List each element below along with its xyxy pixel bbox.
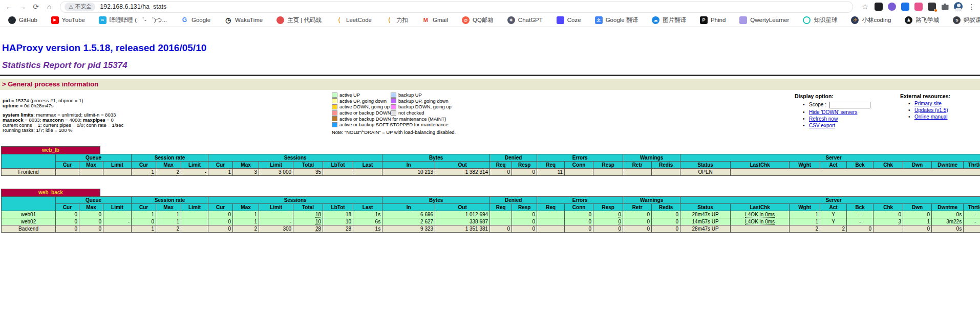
bookmark-favicon-icon: S [953, 16, 961, 24]
stat-cell: 0 [132, 218, 156, 225]
stat-cell: 0 [79, 211, 103, 218]
column-header: Limit [259, 162, 293, 169]
stat-cell: - [103, 211, 132, 218]
bookmark-item[interactable]: 主页 | 代码战 [276, 16, 322, 24]
display-option-link[interactable]: Hide 'DOWN' servers [809, 109, 857, 115]
extension-icon-pink[interactable] [914, 3, 923, 11]
external-resources: External resources: Primary siteUpdates … [900, 93, 977, 120]
column-header: Chk [874, 162, 903, 169]
stat-cell: 0 [565, 218, 593, 225]
stat-cell [874, 225, 903, 233]
bookmark-item[interactable]: tv哔哩哔哩 ( ゜- ゜)つ... [99, 16, 167, 24]
scope-input[interactable] [829, 102, 870, 108]
stat-cell [490, 218, 512, 225]
stat-cell: 0 [208, 218, 233, 225]
stat-cell: 0 [623, 218, 652, 225]
legend-swatch [391, 110, 396, 116]
bookmark-item[interactable]: GitHub [8, 16, 37, 24]
bookmark-favicon-icon: ⟨ [386, 16, 393, 24]
bookmark-item[interactable]: S蚂蚁课堂 [953, 16, 980, 24]
tooltip-value: 35 [315, 169, 321, 175]
tooltip-value: 10 [315, 219, 321, 225]
stat-cell: 3 [874, 218, 903, 225]
stats-section-web_lb: web_lbQueueSession rateSessionsBytesDeni… [1, 146, 980, 176]
bookmark-item[interactable]: GGoogle [181, 16, 210, 24]
bookmark-item[interactable]: ☁图片翻译 [652, 16, 686, 24]
bookmark-favicon-icon: G [181, 16, 188, 24]
table-row-Backend: Backend00120230028281s9 3231 351 3810000… [2, 225, 980, 233]
bookmark-item[interactable]: Coze [557, 16, 581, 24]
bookmark-item[interactable]: 小小林coding [851, 16, 891, 24]
bookmark-item[interactable]: PPhind [700, 16, 726, 24]
legend-label: active UP, going down [339, 98, 391, 104]
extension-icon-purple[interactable] [887, 3, 896, 11]
legend-row: active or backup DOWNnot checked [332, 110, 456, 116]
bookmark-label: QwertyLearner [750, 17, 789, 23]
stat-cell: - [847, 211, 874, 218]
bookmark-item[interactable]: QwertyLearner [739, 16, 789, 24]
bookmark-item[interactable]: ✳ChatGPT [507, 16, 543, 24]
tooltip-value: 0 [619, 212, 622, 218]
bookmark-item[interactable]: ♟路飞学城 [905, 16, 939, 24]
home-icon[interactable]: ⌂ [44, 2, 54, 12]
bookmark-item[interactable]: MGmail [422, 16, 448, 24]
tooltip-value: 18 [315, 212, 321, 218]
profile-avatar[interactable] [954, 3, 963, 11]
extension-icon-badged[interactable] [927, 3, 936, 11]
column-header: Dwn [903, 204, 932, 211]
stat-cell: 28m47s UP [680, 211, 731, 218]
column-header: Wght [790, 204, 820, 211]
bookmark-star-icon[interactable]: ☆ [861, 3, 869, 11]
external-resource-link[interactable]: Online manual [914, 114, 947, 120]
bookmark-item[interactable]: @QQ邮箱 [462, 16, 494, 24]
bookmark-favicon-icon [276, 16, 284, 24]
legend-label: backup UP, going down [398, 98, 449, 104]
tooltip-value: 2 [176, 169, 179, 175]
address-bar[interactable]: ⚠ 不安全 192.168.6.131/ha_stats [60, 2, 853, 12]
bookmark-item[interactable]: ◷WakaTime [224, 16, 263, 24]
browser-toolbar: ← → ⟳ ⌂ ⚠ 不安全 192.168.6.131/ha_stats ☆ ⋮ [0, 0, 980, 13]
bookmark-label: GitHub [19, 17, 37, 23]
bookmark-item[interactable]: ⟨力扣 [386, 16, 408, 24]
side-panel-icon[interactable] [874, 3, 883, 11]
bookmark-item[interactable]: ▶YouTube [51, 16, 85, 24]
legend-label: active UP [339, 92, 391, 98]
column-header: In [382, 162, 435, 169]
legend-row: active DOWN, going upbackup DOWN, going … [332, 104, 456, 110]
legend-note: Note: "NOLB"/"DRAIN" = UP with load-bala… [332, 129, 456, 135]
external-resource-link[interactable]: Primary site [914, 101, 942, 106]
column-group-header: Warnings [623, 197, 680, 204]
display-option-link[interactable]: Refresh now [809, 116, 838, 122]
forward-icon[interactable]: → [17, 2, 28, 12]
stat-cell: 2 627 [382, 218, 435, 225]
legend-label: backup DOWN, going up [398, 104, 452, 109]
back-icon[interactable]: ← [4, 2, 14, 12]
external-resource-link-item: Online manual [900, 113, 977, 120]
column-header: Retr [623, 204, 652, 211]
stat-cell: 28 [323, 225, 353, 233]
bookmark-label: WakaTime [235, 17, 263, 23]
security-chip[interactable]: ⚠ 不安全 [65, 3, 95, 11]
column-group-header: Denied [490, 197, 537, 204]
stat-cell: 0 [623, 211, 652, 218]
bookmark-item[interactable]: ⟨LeetCode [335, 16, 372, 24]
stat-cell: 0 [56, 211, 79, 218]
divider [0, 75, 980, 76]
extension-icon-blue[interactable] [901, 3, 909, 11]
stat-cell [181, 218, 208, 225]
stat-cell [623, 169, 652, 176]
extensions-puzzle-icon[interactable] [941, 3, 949, 11]
column-header: Out [435, 162, 490, 169]
menu-dots-icon[interactable]: ⋮ [967, 3, 976, 11]
column-group-header: Sessions [208, 197, 382, 204]
process-info-line: Running tasks: 1/7; idle = 100 % [3, 128, 123, 133]
stat-cell: 1 [132, 211, 156, 218]
stat-cell: 1 382 314 [435, 169, 490, 176]
bookmark-item[interactable]: 文Google 翻译 [595, 16, 638, 24]
bookmark-item[interactable]: 知识星球 [803, 16, 837, 24]
external-resource-link[interactable]: Updates (v1.5) [914, 107, 948, 113]
stat-cell: 10 [293, 218, 323, 225]
stat-cell [537, 225, 565, 233]
display-option-link[interactable]: CSV export [809, 123, 835, 128]
reload-icon[interactable]: ⟳ [31, 2, 41, 12]
